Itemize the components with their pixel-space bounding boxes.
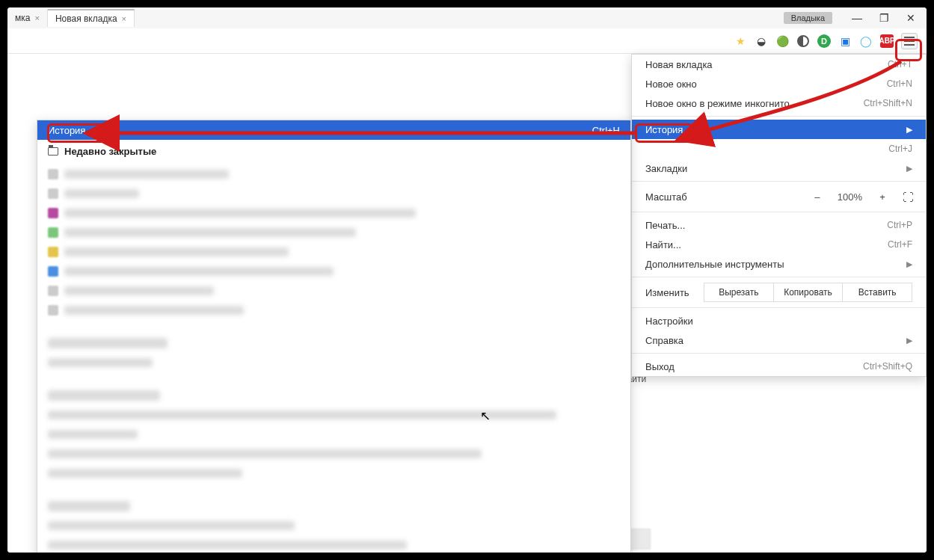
history-item[interactable] xyxy=(48,283,620,299)
folder-icon xyxy=(48,147,58,156)
tab-partial[interactable]: мка × xyxy=(7,9,48,27)
history-item[interactable] xyxy=(48,465,620,481)
history-item[interactable] xyxy=(48,537,620,553)
zoom-value: 100% xyxy=(838,191,862,203)
mouse-cursor-icon: ↖ xyxy=(480,408,491,424)
zoom-out-button[interactable]: – xyxy=(811,191,824,203)
history-item[interactable] xyxy=(48,166,620,182)
menu-print[interactable]: Печать... Ctrl+P xyxy=(632,215,926,235)
bookmark-star-icon[interactable]: ★ xyxy=(734,34,747,48)
history-item[interactable] xyxy=(48,426,620,443)
copy-button[interactable]: Копировать xyxy=(773,283,843,302)
history-item[interactable] xyxy=(48,387,620,404)
chrome-main-menu: Новая вкладка Ctrl+T Новое окно Ctrl+N Н… xyxy=(631,54,927,377)
tab-new-tab[interactable]: Новая вкладка × xyxy=(48,9,135,27)
menu-incognito[interactable]: Новое окно в режиме инкогнито Ctrl+Shift… xyxy=(632,93,926,113)
history-item[interactable] xyxy=(48,517,620,534)
adblock-icon[interactable]: ABP xyxy=(880,34,894,48)
history-item[interactable] xyxy=(48,205,620,221)
submenu-header-history[interactable]: История Ctrl+H xyxy=(37,120,630,140)
chevron-right-icon: ▶ xyxy=(906,164,912,173)
history-item[interactable] xyxy=(48,446,620,462)
chevron-right-icon: ▶ xyxy=(906,259,912,269)
minimize-button[interactable]: — xyxy=(847,11,867,25)
menu-find[interactable]: Найти... Ctrl+F xyxy=(632,235,926,254)
extension-box-icon[interactable]: ▣ xyxy=(838,34,852,48)
history-item[interactable] xyxy=(48,407,620,423)
paste-button[interactable]: Вставить xyxy=(842,283,912,302)
menu-new-window[interactable]: Новое окно Ctrl+N xyxy=(632,74,926,93)
history-item[interactable] xyxy=(48,302,620,319)
menu-edit-row: Изменить Вырезать Копировать Вставить xyxy=(632,280,926,304)
history-item[interactable] xyxy=(48,498,620,514)
maximize-button[interactable]: ❐ xyxy=(874,11,894,25)
chrome-menu-button[interactable] xyxy=(901,33,918,49)
history-item[interactable] xyxy=(48,185,620,202)
history-item[interactable] xyxy=(48,354,620,371)
menu-new-tab[interactable]: Новая вкладка Ctrl+T xyxy=(632,55,926,74)
history-item[interactable] xyxy=(48,224,620,241)
close-icon[interactable]: × xyxy=(34,13,39,22)
chevron-right-icon: ▶ xyxy=(906,125,912,135)
menu-more-tools[interactable]: Дополнительные инструменты ▶ xyxy=(632,254,926,274)
zoom-in-button[interactable]: + xyxy=(876,191,889,203)
history-item[interactable] xyxy=(48,244,620,260)
menu-exit[interactable]: Выход Ctrl+Shift+Q xyxy=(632,357,926,376)
toolbar: ★ ◒ 🟢 D ▣ ◯ ABP xyxy=(7,28,927,54)
evernote-icon[interactable]: 🟢 xyxy=(775,34,789,48)
menu-bookmarks[interactable]: Закладки ▶ xyxy=(632,159,926,178)
menu-downloads[interactable]: Ctrl+J xyxy=(632,139,926,159)
history-item[interactable] xyxy=(48,335,620,351)
pocket-icon[interactable]: ◒ xyxy=(755,34,768,48)
tab-label: мка xyxy=(15,13,30,23)
fullscreen-icon[interactable]: ⛶ xyxy=(903,191,912,203)
menu-settings[interactable]: Настройки xyxy=(632,311,926,330)
history-item[interactable] xyxy=(48,263,620,280)
chevron-right-icon: ▶ xyxy=(906,336,912,345)
user-badge[interactable]: Владыка xyxy=(784,12,832,24)
drop-icon[interactable]: ◯ xyxy=(859,34,873,48)
extension-d-icon[interactable]: D xyxy=(817,34,831,48)
submenu-recently-closed: Недавно закрытые xyxy=(37,140,630,163)
menu-zoom: Масштаб – 100% + ⛶ xyxy=(632,185,926,209)
menu-history[interactable]: История ▶ xyxy=(632,120,926,139)
tab-label: Новая вкладка xyxy=(55,13,117,24)
close-window-button[interactable]: ✕ xyxy=(901,11,921,25)
contrast-icon[interactable] xyxy=(796,34,810,48)
history-submenu: История Ctrl+H Недавно закрытые xyxy=(37,120,631,553)
cut-button[interactable]: Вырезать xyxy=(704,283,773,302)
menu-help[interactable]: Справка ▶ xyxy=(632,330,926,350)
tab-strip: мка × Новая вкладка × Владыка — ❐ ✕ xyxy=(7,7,927,28)
close-icon[interactable]: × xyxy=(122,14,126,23)
